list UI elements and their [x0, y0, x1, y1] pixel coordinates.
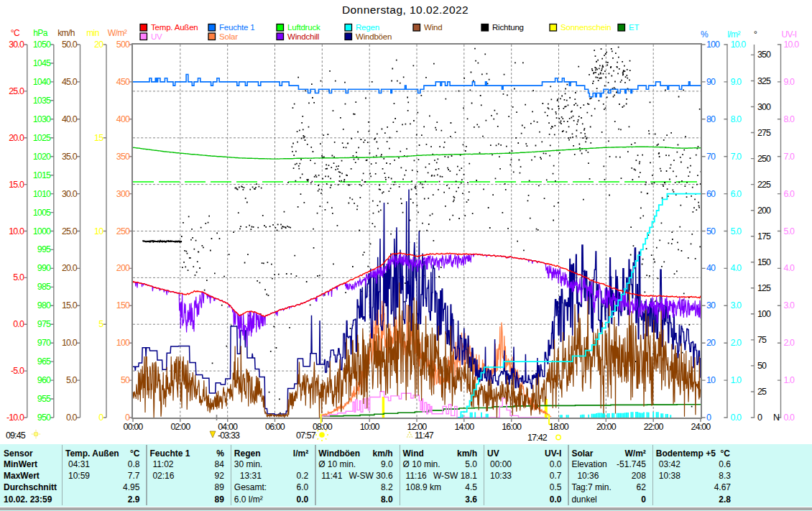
svg-text:6.0: 6.0: [784, 189, 795, 199]
svg-text:25: 25: [757, 387, 767, 397]
svg-text:70: 70: [706, 152, 716, 162]
svg-text:10: 10: [706, 375, 716, 385]
svg-text:06:00: 06:00: [265, 422, 285, 432]
svg-text:0: 0: [757, 413, 762, 423]
svg-text:300: 300: [757, 102, 771, 112]
svg-text:250: 250: [757, 154, 771, 164]
svg-text:00:00: 00:00: [124, 422, 144, 432]
svg-text:W/m²: W/m²: [108, 28, 127, 38]
svg-text:5: 5: [98, 319, 103, 329]
svg-text:9.0: 9.0: [731, 77, 742, 87]
svg-text:1000: 1000: [33, 226, 51, 236]
svg-text:5.0: 5.0: [784, 226, 795, 236]
svg-text:100: 100: [116, 338, 130, 348]
svg-text:10.0: 10.0: [9, 226, 24, 236]
svg-text:980: 980: [37, 300, 51, 310]
svg-text:1005: 1005: [33, 208, 51, 218]
svg-text:08:00: 08:00: [313, 422, 333, 432]
svg-text:0.0: 0.0: [731, 413, 742, 423]
svg-text:450: 450: [116, 77, 130, 87]
svg-text:985: 985: [37, 282, 51, 292]
svg-text:90: 90: [706, 77, 716, 87]
svg-text:18:00: 18:00: [549, 422, 569, 432]
svg-text:10.0: 10.0: [784, 40, 800, 50]
svg-text:Richtung: Richtung: [492, 23, 524, 32]
svg-text:0.0: 0.0: [66, 413, 78, 423]
svg-text:-5.0: -5.0: [11, 366, 24, 376]
svg-text:960: 960: [37, 375, 51, 385]
svg-text:30.0: 30.0: [62, 189, 78, 199]
svg-text:Windchill: Windchill: [287, 32, 319, 41]
svg-text:50: 50: [706, 226, 716, 236]
svg-text:200: 200: [116, 263, 130, 273]
svg-text:15: 15: [94, 133, 103, 143]
svg-text:1040: 1040: [33, 77, 51, 87]
svg-text:0.0: 0.0: [13, 319, 24, 329]
svg-text:3.0: 3.0: [784, 300, 795, 310]
svg-text:11:47: 11:47: [415, 431, 434, 441]
svg-text:950: 950: [37, 413, 51, 423]
svg-text:Sonnenschein: Sonnenschein: [560, 23, 612, 32]
svg-text:9.0: 9.0: [784, 77, 795, 87]
svg-text:0: 0: [98, 413, 103, 423]
svg-text:20: 20: [94, 40, 103, 50]
svg-text:50: 50: [121, 375, 130, 385]
svg-text:200: 200: [757, 206, 771, 216]
svg-text:40: 40: [706, 263, 716, 273]
svg-text:4.0: 4.0: [784, 263, 795, 273]
svg-text:10.0: 10.0: [731, 40, 747, 50]
svg-text:300: 300: [116, 189, 130, 199]
svg-text:100: 100: [757, 309, 771, 319]
svg-text:0: 0: [125, 413, 130, 423]
svg-text:0: 0: [706, 413, 711, 423]
svg-text:30.0: 30.0: [9, 40, 24, 50]
svg-text:1.0: 1.0: [731, 375, 742, 385]
svg-text:l/m²: l/m²: [727, 29, 740, 40]
svg-text:8.0: 8.0: [784, 114, 795, 124]
svg-text:20: 20: [706, 338, 716, 348]
svg-text:-10.0: -10.0: [6, 413, 24, 423]
svg-text:1030: 1030: [33, 114, 51, 124]
svg-text:UV-I: UV-I: [782, 29, 797, 40]
svg-text:24:00: 24:00: [691, 422, 711, 432]
svg-text:175: 175: [757, 231, 771, 241]
svg-text:955: 955: [37, 394, 51, 404]
svg-text:275: 275: [757, 128, 771, 138]
svg-text:Windböen: Windböen: [356, 32, 392, 41]
svg-text:990: 990: [37, 263, 51, 273]
svg-text:60: 60: [706, 189, 716, 199]
svg-text:14:00: 14:00: [454, 422, 474, 432]
svg-text:350: 350: [116, 152, 130, 162]
svg-text:30: 30: [706, 300, 716, 310]
svg-text:5.0: 5.0: [731, 226, 742, 236]
svg-text:1050: 1050: [33, 40, 51, 50]
svg-text:5.0: 5.0: [13, 272, 24, 282]
svg-text:10: 10: [94, 226, 103, 236]
svg-text:7.0: 7.0: [731, 152, 742, 162]
svg-text:2.0: 2.0: [784, 338, 795, 348]
svg-text:02:00: 02:00: [170, 422, 190, 432]
svg-text:150: 150: [757, 257, 771, 267]
svg-text:20.0: 20.0: [9, 133, 24, 143]
svg-text:35.0: 35.0: [62, 152, 78, 162]
svg-text:45.0: 45.0: [62, 77, 78, 87]
svg-text:965: 965: [37, 356, 51, 367]
svg-text:17:42: 17:42: [527, 433, 548, 443]
svg-text:1015: 1015: [33, 170, 51, 180]
svg-text:500: 500: [116, 40, 130, 50]
svg-text:4.0: 4.0: [731, 263, 742, 273]
svg-text:970: 970: [37, 338, 51, 348]
svg-text:8.0: 8.0: [731, 114, 742, 124]
svg-text:75: 75: [757, 335, 767, 345]
svg-text:125: 125: [757, 283, 771, 293]
svg-text:2.0: 2.0: [731, 338, 742, 348]
svg-text:50.0: 50.0: [62, 40, 78, 50]
svg-text:80: 80: [706, 114, 716, 124]
svg-text:1.0: 1.0: [784, 375, 795, 385]
svg-text:40.0: 40.0: [62, 114, 78, 124]
svg-text:1010: 1010: [33, 189, 51, 199]
svg-text:Feuchte 1: Feuchte 1: [219, 23, 254, 32]
svg-text:20.0: 20.0: [62, 263, 78, 273]
svg-text:16:00: 16:00: [502, 422, 522, 432]
svg-text:350: 350: [757, 50, 771, 60]
